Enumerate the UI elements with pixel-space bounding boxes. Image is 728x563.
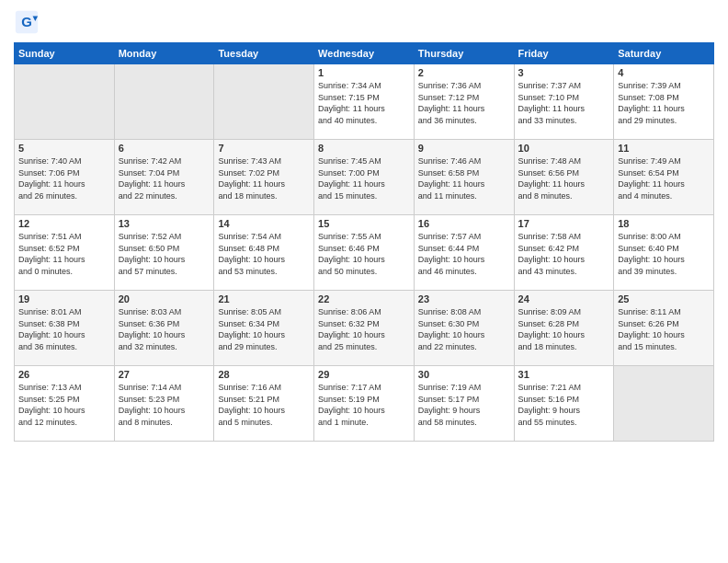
day-number: 2 (418, 67, 510, 78)
calendar-cell: 20Sunrise: 8:03 AM Sunset: 6:36 PM Dayli… (114, 291, 214, 366)
calendar-cell: 30Sunrise: 7:19 AM Sunset: 5:17 PM Dayli… (414, 366, 514, 442)
logo-icon: G (14, 9, 40, 35)
day-number: 3 (518, 67, 610, 78)
calendar-week-row: 26Sunrise: 7:13 AM Sunset: 5:25 PM Dayli… (15, 366, 714, 442)
day-info: Sunrise: 7:42 AM Sunset: 7:04 PM Dayligh… (119, 155, 210, 201)
day-info: Sunrise: 7:58 AM Sunset: 6:42 PM Dayligh… (518, 231, 610, 277)
day-info: Sunrise: 7:43 AM Sunset: 7:02 PM Dayligh… (218, 155, 310, 201)
day-info: Sunrise: 8:00 AM Sunset: 6:40 PM Dayligh… (618, 231, 710, 277)
weekday-header: Thursday (414, 43, 514, 64)
calendar-cell: 1Sunrise: 7:34 AM Sunset: 7:15 PM Daylig… (314, 64, 415, 140)
calendar-cell: 28Sunrise: 7:16 AM Sunset: 5:21 PM Dayli… (214, 366, 314, 442)
calendar-cell: 6Sunrise: 7:42 AM Sunset: 7:04 PM Daylig… (114, 140, 214, 215)
day-number: 9 (418, 143, 510, 154)
day-number: 16 (418, 218, 510, 229)
day-info: Sunrise: 8:11 AM Sunset: 6:26 PM Dayligh… (618, 306, 710, 352)
day-info: Sunrise: 7:36 AM Sunset: 7:12 PM Dayligh… (418, 80, 510, 126)
calendar-week-row: 12Sunrise: 7:51 AM Sunset: 6:52 PM Dayli… (15, 215, 714, 291)
calendar-body: 1Sunrise: 7:34 AM Sunset: 7:15 PM Daylig… (15, 64, 714, 442)
weekday-header: Wednesday (314, 43, 415, 64)
calendar-week-row: 5Sunrise: 7:40 AM Sunset: 7:06 PM Daylig… (15, 140, 714, 215)
day-info: Sunrise: 8:06 AM Sunset: 6:32 PM Dayligh… (318, 306, 410, 352)
day-number: 27 (119, 369, 210, 380)
weekday-header: Saturday (614, 43, 714, 64)
calendar-cell: 4Sunrise: 7:39 AM Sunset: 7:08 PM Daylig… (614, 64, 714, 140)
day-number: 12 (18, 218, 110, 229)
day-info: Sunrise: 7:34 AM Sunset: 7:15 PM Dayligh… (318, 80, 410, 126)
day-number: 6 (119, 143, 210, 154)
day-number: 22 (318, 293, 410, 304)
day-info: Sunrise: 7:57 AM Sunset: 6:44 PM Dayligh… (418, 231, 510, 277)
day-number: 13 (119, 218, 210, 229)
day-info: Sunrise: 8:08 AM Sunset: 6:30 PM Dayligh… (418, 306, 510, 352)
calendar-cell: 21Sunrise: 8:05 AM Sunset: 6:34 PM Dayli… (214, 291, 314, 366)
weekday-header: Monday (114, 43, 214, 64)
day-number: 21 (218, 293, 310, 304)
day-info: Sunrise: 7:55 AM Sunset: 6:46 PM Dayligh… (318, 231, 410, 277)
calendar-cell: 14Sunrise: 7:54 AM Sunset: 6:48 PM Dayli… (214, 215, 314, 291)
svg-text:G: G (21, 14, 32, 29)
day-number: 7 (218, 143, 310, 154)
calendar-week-row: 19Sunrise: 8:01 AM Sunset: 6:38 PM Dayli… (15, 291, 714, 366)
day-info: Sunrise: 7:52 AM Sunset: 6:50 PM Dayligh… (119, 231, 210, 277)
day-number: 10 (518, 143, 610, 154)
calendar-cell: 12Sunrise: 7:51 AM Sunset: 6:52 PM Dayli… (15, 215, 115, 291)
weekday-header: Friday (514, 43, 614, 64)
calendar-cell: 10Sunrise: 7:48 AM Sunset: 6:56 PM Dayli… (514, 140, 614, 215)
day-info: Sunrise: 7:49 AM Sunset: 6:54 PM Dayligh… (618, 155, 710, 201)
calendar-table: SundayMondayTuesdayWednesdayThursdayFrid… (14, 42, 714, 442)
day-number: 30 (418, 369, 510, 380)
day-number: 17 (518, 218, 610, 229)
day-number: 14 (218, 218, 310, 229)
day-info: Sunrise: 7:46 AM Sunset: 6:58 PM Dayligh… (418, 155, 510, 201)
header-row: SundayMondayTuesdayWednesdayThursdayFrid… (15, 43, 714, 64)
calendar-cell: 3Sunrise: 7:37 AM Sunset: 7:10 PM Daylig… (514, 64, 614, 140)
day-info: Sunrise: 7:48 AM Sunset: 6:56 PM Dayligh… (518, 155, 610, 201)
logo: G (14, 9, 43, 35)
day-info: Sunrise: 7:13 AM Sunset: 5:25 PM Dayligh… (18, 382, 110, 428)
calendar-cell: 7Sunrise: 7:43 AM Sunset: 7:02 PM Daylig… (214, 140, 314, 215)
day-number: 28 (218, 369, 310, 380)
day-info: Sunrise: 7:14 AM Sunset: 5:23 PM Dayligh… (119, 382, 210, 428)
calendar-cell (614, 366, 714, 442)
day-number: 23 (418, 293, 510, 304)
day-number: 31 (518, 369, 610, 380)
day-number: 24 (518, 293, 610, 304)
calendar-cell (214, 64, 314, 140)
day-info: Sunrise: 8:03 AM Sunset: 6:36 PM Dayligh… (119, 306, 210, 352)
day-info: Sunrise: 7:19 AM Sunset: 5:17 PM Dayligh… (418, 382, 510, 428)
day-number: 15 (318, 218, 410, 229)
day-info: Sunrise: 8:01 AM Sunset: 6:38 PM Dayligh… (18, 306, 110, 352)
calendar-cell: 8Sunrise: 7:45 AM Sunset: 7:00 PM Daylig… (314, 140, 415, 215)
calendar-cell: 9Sunrise: 7:46 AM Sunset: 6:58 PM Daylig… (414, 140, 514, 215)
day-number: 1 (318, 67, 410, 78)
calendar-cell: 17Sunrise: 7:58 AM Sunset: 6:42 PM Dayli… (514, 215, 614, 291)
main-container: G SundayMondayTuesdayWednesdayThursdayFr… (0, 0, 728, 451)
weekday-header: Tuesday (214, 43, 314, 64)
day-info: Sunrise: 7:21 AM Sunset: 5:16 PM Dayligh… (518, 382, 610, 428)
calendar-cell: 31Sunrise: 7:21 AM Sunset: 5:16 PM Dayli… (514, 366, 614, 442)
day-info: Sunrise: 7:37 AM Sunset: 7:10 PM Dayligh… (518, 80, 610, 126)
day-number: 8 (318, 143, 410, 154)
calendar-week-row: 1Sunrise: 7:34 AM Sunset: 7:15 PM Daylig… (15, 64, 714, 140)
day-info: Sunrise: 8:09 AM Sunset: 6:28 PM Dayligh… (518, 306, 610, 352)
calendar-cell: 25Sunrise: 8:11 AM Sunset: 6:26 PM Dayli… (614, 291, 714, 366)
day-number: 25 (618, 293, 710, 304)
calendar-cell: 22Sunrise: 8:06 AM Sunset: 6:32 PM Dayli… (314, 291, 415, 366)
calendar-cell: 23Sunrise: 8:08 AM Sunset: 6:30 PM Dayli… (414, 291, 514, 366)
calendar-cell: 15Sunrise: 7:55 AM Sunset: 6:46 PM Dayli… (314, 215, 415, 291)
day-number: 11 (618, 143, 710, 154)
calendar-cell (15, 64, 115, 140)
day-number: 5 (18, 143, 110, 154)
day-info: Sunrise: 7:54 AM Sunset: 6:48 PM Dayligh… (218, 231, 310, 277)
weekday-header: Sunday (15, 43, 115, 64)
day-info: Sunrise: 7:51 AM Sunset: 6:52 PM Dayligh… (18, 231, 110, 277)
calendar-cell: 16Sunrise: 7:57 AM Sunset: 6:44 PM Dayli… (414, 215, 514, 291)
day-info: Sunrise: 7:39 AM Sunset: 7:08 PM Dayligh… (618, 80, 710, 126)
calendar-cell: 11Sunrise: 7:49 AM Sunset: 6:54 PM Dayli… (614, 140, 714, 215)
day-info: Sunrise: 7:17 AM Sunset: 5:19 PM Dayligh… (318, 382, 410, 428)
day-info: Sunrise: 7:40 AM Sunset: 7:06 PM Dayligh… (18, 155, 110, 201)
day-info: Sunrise: 7:16 AM Sunset: 5:21 PM Dayligh… (218, 382, 310, 428)
calendar-cell: 27Sunrise: 7:14 AM Sunset: 5:23 PM Dayli… (114, 366, 214, 442)
day-info: Sunrise: 8:05 AM Sunset: 6:34 PM Dayligh… (218, 306, 310, 352)
